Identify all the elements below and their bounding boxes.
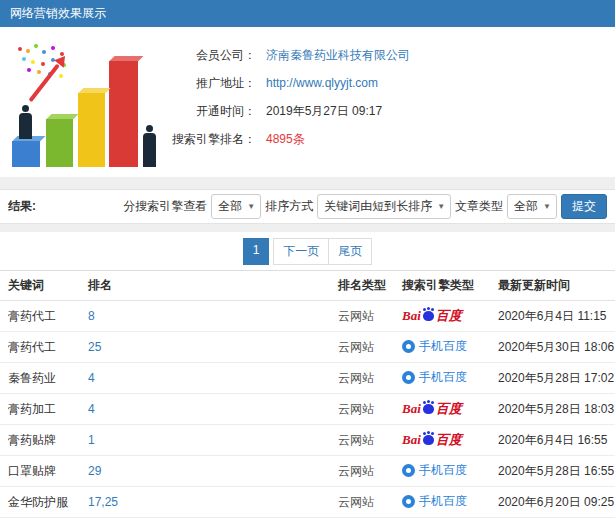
member-company-row: 会员公司： 济南秦鲁药业科技有限公司 [160, 41, 605, 69]
rank-type-cell: 云网站 [330, 332, 394, 363]
company-info: 会员公司： 济南秦鲁药业科技有限公司 推广地址： http://www.qlyy… [160, 37, 605, 169]
mobile-baidu-label: 手机百度 [419, 462, 467, 479]
baidu-logo-chars: 百度 [436, 307, 462, 325]
pagination-current[interactable]: 1 [243, 238, 270, 265]
chevron-down-icon: ▼ [543, 202, 551, 211]
updated-cell: 2020年5月28日 17:02 [490, 363, 615, 394]
member-company-label: 会员公司： [160, 41, 256, 69]
rank-link[interactable]: 4 [88, 371, 95, 385]
table-row: 秦鲁药业 4 云网站 Bai 百度 手机百度 2020年5月28日 17:02 [0, 363, 615, 394]
header-rank: 排名 [80, 271, 330, 301]
page-titlebar: 网络营销效果展示 [0, 0, 615, 27]
baidu-paw-icon [423, 435, 434, 445]
updated-cell: 2020年5月28日 18:03 [490, 394, 615, 425]
keyword-cell: 金华防护服 [0, 487, 80, 518]
engine-filter-label: 分搜索引擎查看 [123, 198, 207, 215]
results-panel: 1 下一页 尾页 关键词 排名 排名类型 搜索引擎类型 最新更新时间 膏药代工 … [0, 232, 615, 520]
keyword-cell: 膏药代工 [0, 332, 80, 363]
open-time-label: 开通时间： [160, 97, 256, 125]
promo-url-label: 推广地址： [160, 69, 256, 97]
submit-button[interactable]: 提交 [561, 194, 607, 219]
baidu-paw-icon [423, 404, 434, 414]
mobile-baidu-icon [402, 371, 415, 384]
rank-link[interactable]: 29 [88, 464, 101, 478]
mobile-baidu-icon [402, 340, 415, 353]
table-row: 膏药贴牌 1 云网站 Bai 百度 手机百度 2020年6月4日 16:55 [0, 425, 615, 456]
engine-rank-count: 4895条 [256, 125, 305, 153]
chevron-down-icon: ▼ [247, 202, 255, 211]
keyword-cell: 膏药贴牌 [0, 425, 80, 456]
pagination: 1 下一页 尾页 [0, 232, 615, 270]
rank-link[interactable]: 1 [88, 433, 95, 447]
header-updated: 最新更新时间 [490, 271, 615, 301]
red-bar [109, 61, 138, 167]
rank-link[interactable]: 4 [88, 402, 95, 416]
mobile-baidu-badge: 手机百度 [402, 338, 467, 355]
page-title: 网络营销效果展示 [10, 6, 106, 20]
mobile-baidu-icon [402, 495, 415, 508]
baidu-logo: Bai 百度 [402, 307, 462, 325]
yellow-bar [78, 93, 105, 167]
rank-type-cell: 云网站 [330, 487, 394, 518]
table-row: 膏药加工 4 云网站 Bai 百度 手机百度 2020年5月28日 18:03 [0, 394, 615, 425]
engine-filter-select[interactable]: 全部 ▼ [211, 194, 261, 219]
green-bar [46, 119, 73, 167]
header-keyword: 关键词 [0, 271, 80, 301]
mobile-baidu-badge: 手机百度 [402, 369, 467, 386]
filter-controls: 分搜索引擎查看 全部 ▼ 排序方式 关键词由短到长排序 ▼ 文章类型 全部 ▼ … [123, 194, 607, 219]
rank-link[interactable]: 17,25 [88, 495, 118, 509]
member-company-link[interactable]: 济南秦鲁药业科技有限公司 [256, 41, 410, 69]
table-row: 膏药代工 8 云网站 Bai 百度 手机百度 2020年6月4日 11:15 [0, 301, 615, 332]
rank-type-cell: 云网站 [330, 394, 394, 425]
baidu-logo-bai: Bai [402, 308, 421, 324]
confetti-dots [18, 47, 22, 51]
open-time-value: 2019年5月27日 09:17 [256, 97, 382, 125]
table-header-row: 关键词 排名 排名类型 搜索引擎类型 最新更新时间 [0, 271, 615, 301]
engine-filter-value: 全部 [218, 198, 242, 215]
blue-bar [12, 141, 40, 167]
rank-type-cell: 云网站 [330, 425, 394, 456]
mobile-baidu-icon [402, 464, 415, 477]
baidu-logo: Bai 百度 [402, 400, 462, 418]
baidu-logo-bai: Bai [402, 401, 421, 417]
mobile-baidu-label: 手机百度 [419, 369, 467, 386]
updated-cell: 2020年6月4日 16:55 [490, 425, 615, 456]
rank-link[interactable]: 8 [88, 309, 95, 323]
header-rank-type: 排名类型 [330, 271, 394, 301]
baidu-logo-chars: 百度 [436, 400, 462, 418]
updated-cell: 2020年5月30日 18:06 [490, 332, 615, 363]
pagination-last[interactable]: 尾页 [328, 238, 372, 265]
mobile-baidu-label: 手机百度 [419, 338, 467, 355]
filter-bar: 结果: 分搜索引擎查看 全部 ▼ 排序方式 关键词由短到长排序 ▼ 文章类型 全… [0, 189, 615, 224]
promo-url-link[interactable]: http://www.qlyyjt.com [256, 69, 378, 97]
keyword-cell: 膏药加工 [0, 394, 80, 425]
table-row: 口罩贴牌 29 云网站 Bai 百度 手机百度 2020年5月28日 16:55 [0, 456, 615, 487]
article-type-label: 文章类型 [455, 198, 503, 215]
engine-rank-label: 搜索引擎排名： [160, 125, 256, 153]
keyword-cell: 秦鲁药业 [0, 363, 80, 394]
sort-select[interactable]: 关键词由短到长排序 ▼ [317, 194, 451, 219]
sort-value: 关键词由短到长排序 [324, 198, 432, 215]
baidu-logo-bai: Bai [402, 432, 421, 448]
rank-type-cell: 云网站 [330, 363, 394, 394]
header-engine-type: 搜索引擎类型 [394, 271, 490, 301]
baidu-logo: Bai 百度 [402, 431, 462, 449]
sort-label: 排序方式 [265, 198, 313, 215]
keyword-cell: 膏药代工 [0, 301, 80, 332]
thinker-figure [143, 133, 156, 167]
article-type-select[interactable]: 全部 ▼ [507, 194, 557, 219]
updated-cell: 2020年5月28日 16:55 [490, 456, 615, 487]
pagination-next[interactable]: 下一页 [273, 238, 329, 265]
updated-cell: 2020年6月4日 11:15 [490, 301, 615, 332]
company-info-panel: 会员公司： 济南秦鲁药业科技有限公司 推广地址： http://www.qlyy… [0, 27, 615, 177]
businessman-figure [19, 113, 32, 139]
rank-type-cell: 云网站 [330, 301, 394, 332]
promo-url-row: 推广地址： http://www.qlyyjt.com [160, 69, 605, 97]
bar-chart-illustration [10, 37, 160, 169]
rank-link[interactable]: 25 [88, 340, 101, 354]
updated-cell: 2020年6月20日 09:25 [490, 487, 615, 518]
results-table: 关键词 排名 排名类型 搜索引擎类型 最新更新时间 膏药代工 8 云网站 Bai… [0, 270, 615, 520]
baidu-paw-icon [423, 311, 434, 321]
engine-rank-row: 搜索引擎排名： 4895条 [160, 125, 605, 153]
open-time-row: 开通时间： 2019年5月27日 09:17 [160, 97, 605, 125]
